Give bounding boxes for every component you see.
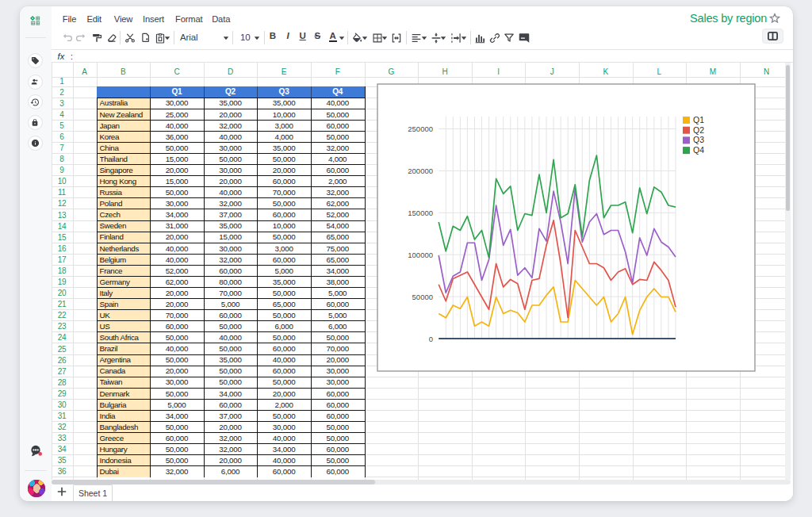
svg-text:Q1: Q1 <box>693 115 704 124</box>
svg-text:200000: 200000 <box>408 167 433 175</box>
svg-text:0: 0 <box>429 335 433 343</box>
svg-text:50000: 50000 <box>412 293 433 301</box>
svg-text:250000: 250000 <box>408 124 433 133</box>
svg-text:Q4: Q4 <box>693 145 704 155</box>
svg-text:150000: 150000 <box>408 209 433 217</box>
svg-text:Q2: Q2 <box>693 125 704 135</box>
svg-text:100000: 100000 <box>408 251 433 259</box>
svg-text:Q3: Q3 <box>693 135 704 144</box>
